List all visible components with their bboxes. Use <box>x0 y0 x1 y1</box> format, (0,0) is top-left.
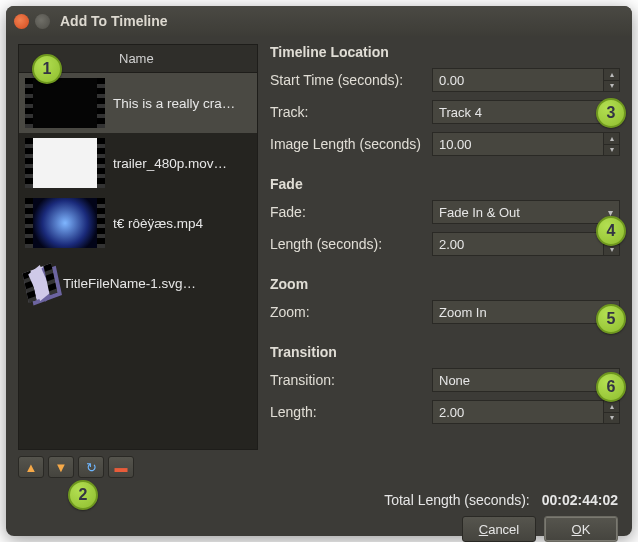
list-item[interactable]: trailer_480p.mov… <box>19 133 257 193</box>
transition-select[interactable]: None ▾ <box>432 368 620 392</box>
start-time-input[interactable]: 0.00 ▴▾ <box>432 68 620 92</box>
move-down-button[interactable]: ▼ <box>48 456 74 478</box>
fade-length-label: Length (seconds): <box>270 236 432 252</box>
zoom-select[interactable]: Zoom In ▾ <box>432 300 620 324</box>
transition-label: Transition: <box>270 372 432 388</box>
fade-length-input[interactable]: 2.00 ▴▾ <box>432 232 620 256</box>
remove-button[interactable]: ▬ <box>108 456 134 478</box>
fade-select[interactable]: Fade In & Out ▾ <box>432 200 620 224</box>
callout-badge-4: 4 <box>596 216 626 246</box>
toolbar: ▲ ▼ ↻ ▬ <box>6 450 632 478</box>
titlebar: Add To Timeline <box>6 6 632 36</box>
callout-badge-6: 6 <box>596 372 626 402</box>
thumbnail <box>23 263 58 303</box>
minimize-icon[interactable] <box>35 14 50 29</box>
list-item[interactable]: This is a really cra… <box>19 73 257 133</box>
file-name: t€ rôèÿæs.mp4 <box>113 216 203 231</box>
shuffle-button[interactable]: ↻ <box>78 456 104 478</box>
form-panel: Timeline Location Start Time (seconds): … <box>270 44 620 450</box>
start-time-label: Start Time (seconds): <box>270 72 432 88</box>
callout-badge-3: 3 <box>596 98 626 128</box>
callout-badge-5: 5 <box>596 304 626 334</box>
thumbnail <box>25 138 105 188</box>
move-up-button[interactable]: ▲ <box>18 456 44 478</box>
thumbnail <box>25 78 105 128</box>
track-select[interactable]: Track 4 ▾ <box>432 100 620 124</box>
file-list-body[interactable]: This is a really cra… trailer_480p.mov… … <box>18 72 258 450</box>
list-item[interactable]: t€ rôèÿæs.mp4 <box>19 193 257 253</box>
transition-length-label: Length: <box>270 404 432 420</box>
image-length-label: Image Length (seconds) <box>270 136 432 152</box>
list-item[interactable]: TitleFileName-1.svg… <box>19 253 257 313</box>
thumbnail <box>25 198 105 248</box>
section-title-zoom: Zoom <box>270 276 620 292</box>
window-title: Add To Timeline <box>60 13 168 29</box>
track-label: Track: <box>270 104 432 120</box>
section-title-timeline: Timeline Location <box>270 44 620 60</box>
cancel-button[interactable]: Cancel <box>462 516 536 542</box>
file-name: This is a really cra… <box>113 96 235 111</box>
total-length-label: Total Length (seconds): <box>384 492 530 508</box>
fade-label: Fade: <box>270 204 432 220</box>
footer: Total Length (seconds): 00:02:44:02 <box>6 478 632 508</box>
zoom-label: Zoom: <box>270 304 432 320</box>
dialog-window: Add To Timeline Name This is a really cr… <box>6 6 632 536</box>
stepper-icon[interactable]: ▴▾ <box>603 401 619 423</box>
stepper-icon[interactable]: ▴▾ <box>603 69 619 91</box>
section-title-fade: Fade <box>270 176 620 192</box>
file-name: TitleFileName-1.svg… <box>63 276 196 291</box>
callout-badge-2: 2 <box>68 480 98 510</box>
callout-badge-1: 1 <box>32 54 62 84</box>
transition-length-input[interactable]: 2.00 ▴▾ <box>432 400 620 424</box>
image-length-input[interactable]: 10.00 ▴▾ <box>432 132 620 156</box>
close-icon[interactable] <box>14 14 29 29</box>
file-list: Name This is a really cra… trailer_480p.… <box>18 44 258 450</box>
file-name: trailer_480p.mov… <box>113 156 227 171</box>
section-title-transition: Transition <box>270 344 620 360</box>
total-length-value: 00:02:44:02 <box>542 492 618 508</box>
ok-button[interactable]: OK <box>544 516 618 542</box>
stepper-icon[interactable]: ▴▾ <box>603 133 619 155</box>
